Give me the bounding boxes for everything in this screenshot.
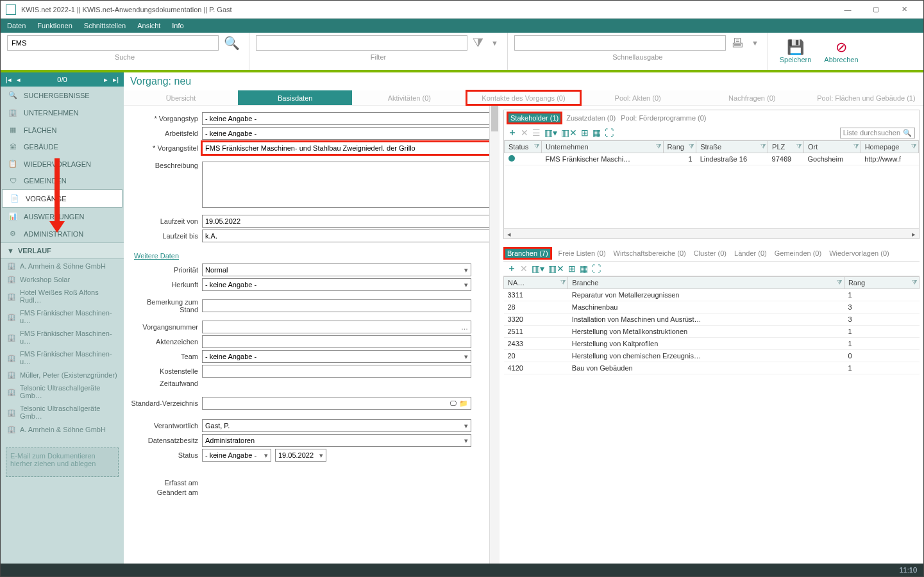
pager-last-icon[interactable]: ▸| bbox=[113, 76, 119, 84]
search-input[interactable] bbox=[7, 35, 219, 51]
table-row[interactable]: 3320Installation von Maschinen und Ausrü… bbox=[504, 314, 920, 326]
search-icon[interactable]: 🔍 bbox=[221, 35, 242, 51]
nav-item-suchergebnisse[interactable]: 🔍SUCHERGEBNISSE bbox=[1, 87, 124, 104]
filter-input[interactable] bbox=[256, 35, 467, 51]
screen-icon[interactable]: 🖵 bbox=[449, 399, 457, 408]
cancel-button[interactable]: ⊘ Abbrechen bbox=[824, 39, 858, 63]
stakeholder-hscroll[interactable]: ◂▸ bbox=[504, 228, 919, 238]
col3-icon[interactable]: ▥▾ bbox=[532, 263, 544, 274]
table-row[interactable]: 4120Bau von Gebäuden1 bbox=[504, 362, 920, 374]
filter-icon[interactable]: ⧩ bbox=[689, 143, 694, 151]
textarea-beschreibung[interactable] bbox=[202, 162, 500, 208]
filter-icon[interactable]: ⧩ bbox=[911, 143, 916, 151]
history-item[interactable]: 🏢Workshop Solar bbox=[1, 272, 124, 286]
history-item[interactable]: 🏢Müller, Peter (Existenzgründer) bbox=[1, 368, 124, 381]
minimize-button[interactable]: — bbox=[834, 1, 862, 19]
input-stdverz[interactable]: 🖵📁 bbox=[202, 397, 471, 410]
column-header[interactable]: Branche⧩ bbox=[568, 277, 844, 289]
filter-icon[interactable]: ⧩ bbox=[912, 279, 917, 287]
tab-6[interactable]: Pool: Flächen und Gebäude (1) bbox=[809, 90, 923, 105]
column-header[interactable]: Straße⧩ bbox=[696, 141, 768, 153]
pager-first-icon[interactable]: |◂ bbox=[6, 76, 12, 84]
subtab2[interactable]: Gemeinden (0) bbox=[775, 249, 821, 257]
history-item[interactable]: 🏢Telsonic Ultraschallgeräte Gmb… bbox=[1, 381, 124, 402]
tab-2[interactable]: Aktivitäten (0) bbox=[352, 90, 466, 105]
history-item[interactable]: 🏢A. Amrhein & Söhne GmbH bbox=[1, 259, 124, 272]
filter-icon[interactable]: ⧩ bbox=[534, 143, 539, 151]
col-icon[interactable]: ▥▾ bbox=[544, 128, 557, 138]
nav-item-wiedervorlagen[interactable]: 📋WIEDERVORLAGEN bbox=[1, 155, 124, 172]
table-row[interactable]: 28Maschinenbau3 bbox=[504, 301, 920, 314]
subtab2[interactable]: Länder (0) bbox=[734, 249, 767, 257]
history-item[interactable]: 🏢FMS Fränkischer Maschinen- u… bbox=[1, 306, 124, 327]
tab-0[interactable]: Übersicht bbox=[124, 90, 238, 105]
table-row[interactable]: 2511Herstellung von Metallkonstruktionen… bbox=[504, 326, 920, 338]
save-button[interactable]: 💾 Speichern bbox=[780, 39, 812, 63]
column-header[interactable]: Rang⧩ bbox=[844, 277, 919, 289]
subtab[interactable]: Stakeholder (1) bbox=[508, 113, 561, 123]
weitere-daten-link[interactable]: Weitere Daten bbox=[134, 252, 179, 260]
expand2-icon[interactable]: ⛶ bbox=[592, 263, 601, 274]
pager-prev-icon[interactable]: ◂ bbox=[17, 76, 21, 84]
filter-icon[interactable]: ⧩ bbox=[837, 279, 842, 287]
filter-icon[interactable]: ⧩ bbox=[796, 143, 802, 151]
select-status[interactable]: - keine Angabe -▾ bbox=[202, 449, 271, 462]
column-header[interactable]: Homepage⧩ bbox=[861, 141, 918, 153]
tab-5[interactable]: Nachfragen (0) bbox=[695, 90, 809, 105]
history-item[interactable]: 🏢A. Amrhein & Söhne GmbH bbox=[1, 422, 124, 436]
select-team[interactable]: - keine Angabe -▾ bbox=[202, 350, 471, 363]
subtab2[interactable]: Branchen (7) bbox=[505, 248, 551, 258]
column-header[interactable]: Unternehmen⧩ bbox=[541, 141, 663, 153]
input-vorgangstitel[interactable]: FMS Fränkischer Maschinen- und Stahlbau … bbox=[202, 142, 500, 155]
history-item[interactable]: 🏢Hotel Weißes Roß Alfons Rudl… bbox=[1, 286, 124, 306]
subtab2[interactable]: Cluster (0) bbox=[694, 249, 727, 257]
column-header[interactable]: NA…⧩ bbox=[504, 277, 568, 289]
folder-icon[interactable]: 📁 bbox=[459, 399, 468, 408]
email-dropzone[interactable]: E-Mail zum Dokumentieren hierher ziehen … bbox=[6, 447, 119, 477]
column-header[interactable]: Ort⧩ bbox=[803, 141, 861, 153]
subtab2[interactable]: Wirtschaftsbereiche (0) bbox=[614, 249, 686, 257]
filter-icon[interactable]: ⧩ bbox=[560, 279, 566, 287]
subtab2[interactable]: Freie Listen (0) bbox=[559, 249, 606, 257]
quick-dropdown-icon[interactable]: ▼ bbox=[749, 39, 761, 47]
stakeholder-search[interactable]: Liste durchsuchen🔍 bbox=[840, 128, 915, 138]
branchen-grid[interactable]: NA…⧩Branche⧩Rang⧩ 3311Reparatur von Meta… bbox=[503, 276, 920, 571]
stakeholder-grid[interactable]: Status⧩Unternehmen⧩Rang⧩Straße⧩PLZ⧩Ort⧩H… bbox=[504, 140, 919, 228]
input-vnummer[interactable]: … bbox=[202, 321, 471, 333]
col4-icon[interactable]: ▥✕ bbox=[548, 263, 564, 274]
column-header[interactable]: Rang⧩ bbox=[663, 141, 696, 153]
delete-icon[interactable]: ✕ bbox=[521, 128, 528, 138]
expand-icon[interactable]: ⛶ bbox=[605, 128, 614, 138]
input-aktenzeichen[interactable] bbox=[202, 335, 471, 348]
column-header[interactable]: Status⧩ bbox=[505, 141, 542, 153]
form-scrollbar[interactable] bbox=[489, 106, 500, 575]
excel2-icon[interactable]: ⊞ bbox=[568, 263, 576, 274]
table-row[interactable]: 2433Herstellung von Kaltprofilen1 bbox=[504, 338, 920, 350]
date-laufzeit-von[interactable]: 19.05.2022▾ bbox=[202, 215, 500, 228]
tab-3[interactable]: Kontakte des Vorgangs (0) bbox=[466, 90, 580, 105]
input-bemerkung[interactable] bbox=[202, 299, 471, 312]
add-icon[interactable]: ＋ bbox=[508, 127, 517, 138]
column-header[interactable]: PLZ⧩ bbox=[768, 141, 804, 153]
maximize-button[interactable]: ▢ bbox=[862, 1, 890, 19]
nav-item-gemeinden[interactable]: 🛡GEMEINDEN bbox=[1, 172, 124, 189]
subtab[interactable]: Pool: Förderprogramme (0) bbox=[621, 114, 706, 122]
table-row[interactable]: FMS Fränkischer Maschi… 1 Lindestraße 16… bbox=[505, 153, 919, 165]
menu-schnittstellen[interactable]: Schnittstellen bbox=[81, 21, 128, 31]
menu-info[interactable]: Info bbox=[169, 21, 186, 31]
date-status[interactable]: 19.05.2022▾ bbox=[275, 449, 326, 462]
list-icon[interactable]: ☰ bbox=[532, 128, 541, 138]
verlauf-header[interactable]: ▼VERLAUF bbox=[1, 242, 124, 259]
quickoutput-input[interactable] bbox=[514, 35, 726, 51]
funnel-icon[interactable]: ⧩ bbox=[470, 36, 486, 51]
filter-icon[interactable]: ⧩ bbox=[656, 143, 661, 151]
grid2-icon[interactable]: ▦ bbox=[580, 263, 588, 274]
col2-icon[interactable]: ▥✕ bbox=[561, 128, 577, 138]
filter-icon[interactable]: ⧩ bbox=[853, 143, 859, 151]
select-dsbesitz[interactable]: Administratoren▾ bbox=[202, 434, 471, 447]
table-row[interactable]: 20Herstellung von chemischen Erzeugnis…0 bbox=[504, 350, 920, 362]
tab-1[interactable]: Basisdaten bbox=[238, 90, 352, 105]
menu-ansicht[interactable]: Ansicht bbox=[135, 21, 163, 31]
subtab[interactable]: Zusatzdaten (0) bbox=[566, 114, 616, 122]
nav-item-vorgänge[interactable]: 📄VORGÄNGE bbox=[2, 189, 122, 208]
